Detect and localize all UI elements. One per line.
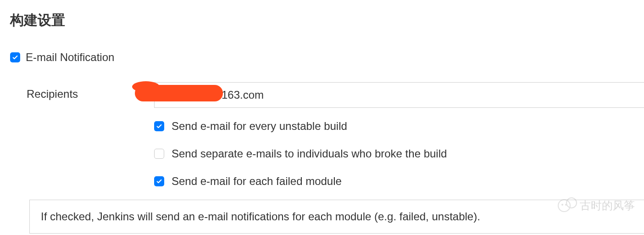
option-broke-build-checkbox[interactable] <box>154 149 164 159</box>
option-broke-build-label: Send separate e-mails to individuals who… <box>172 147 447 160</box>
build-settings-content: E-mail Notification Recipients Send e-ma… <box>0 30 644 234</box>
email-notification-checkbox[interactable] <box>10 52 20 62</box>
recipients-input-wrap <box>154 82 644 108</box>
option-failed-module-label: Send e-mail for each failed module <box>172 175 342 188</box>
option-failed-module: Send e-mail for each failed module <box>154 175 644 188</box>
option-unstable-build: Send e-mail for every unstable build <box>154 120 644 133</box>
email-options-list: Send e-mail for every unstable build Sen… <box>0 120 644 188</box>
redaction-mark <box>135 85 223 101</box>
check-icon <box>12 54 18 61</box>
option-broke-build: Send separate e-mails to individuals who… <box>154 147 644 160</box>
email-notification-label: E-mail Notification <box>26 51 114 64</box>
help-text-box: If checked, Jenkins will send an e-mail … <box>29 200 644 234</box>
recipients-row: Recipients <box>0 82 644 108</box>
check-icon <box>156 178 162 185</box>
option-failed-module-checkbox[interactable] <box>154 176 164 186</box>
option-unstable-build-label: Send e-mail for every unstable build <box>172 120 347 133</box>
option-unstable-build-checkbox[interactable] <box>154 121 164 131</box>
check-icon <box>156 123 162 129</box>
page-title: 构建设置 <box>0 0 644 30</box>
recipients-input[interactable] <box>154 82 644 108</box>
email-notification-section: E-mail Notification <box>0 51 644 64</box>
